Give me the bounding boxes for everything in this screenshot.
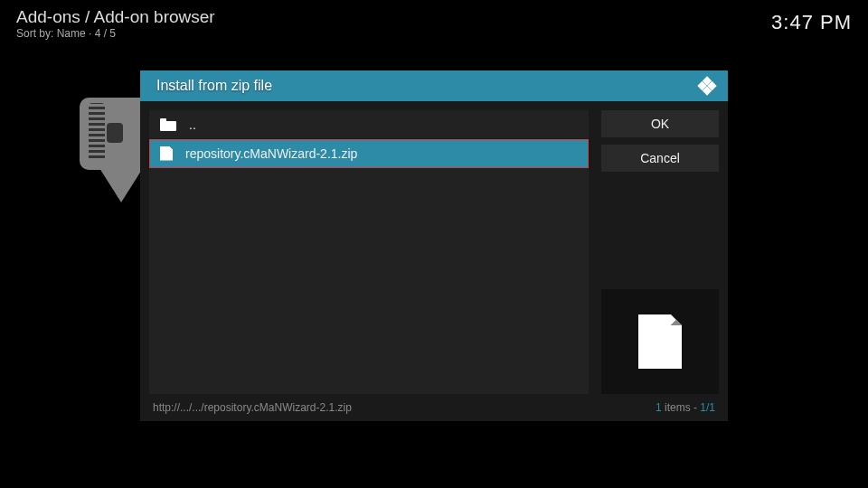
footer-page: 1/1 — [700, 401, 715, 414]
file-row-selected[interactable]: repository.cMaNWizard-2.1.zip — [149, 139, 589, 168]
breadcrumb: Add-ons / Add-on browser — [16, 7, 215, 27]
dialog-title: Install from zip file — [156, 78, 272, 94]
cancel-button[interactable]: Cancel — [601, 145, 719, 172]
clock: 3:47 PM — [771, 11, 852, 34]
file-row-label: repository.cMaNWizard-2.1.zip — [185, 146, 357, 161]
file-list: .. repository.cMaNWizard-2.1.zip — [149, 110, 589, 394]
dialog-footer: http://.../.../repository.cMaNWizard-2.1… — [140, 394, 728, 421]
preview-thumbnail — [601, 289, 719, 394]
install-from-zip-dialog: Install from zip file .. repository.cMaN… — [140, 70, 728, 421]
kodi-logo-icon — [697, 76, 717, 96]
parent-directory-label: .. — [189, 117, 196, 132]
dialog-header: Install from zip file — [140, 70, 728, 101]
footer-count-num: 1 — [656, 401, 662, 414]
ok-button[interactable]: OK — [601, 110, 719, 137]
footer-count: 1 items - 1/1 — [656, 401, 715, 414]
parent-directory-row[interactable]: .. — [149, 110, 589, 139]
file-preview-icon — [638, 314, 682, 369]
file-icon — [160, 146, 173, 161]
footer-count-text: items - — [662, 401, 701, 414]
footer-path: http://.../.../repository.cMaNWizard-2.1… — [153, 401, 352, 414]
folder-icon — [160, 118, 176, 131]
sort-indicator: Sort by: Name · 4 / 5 — [16, 27, 116, 40]
